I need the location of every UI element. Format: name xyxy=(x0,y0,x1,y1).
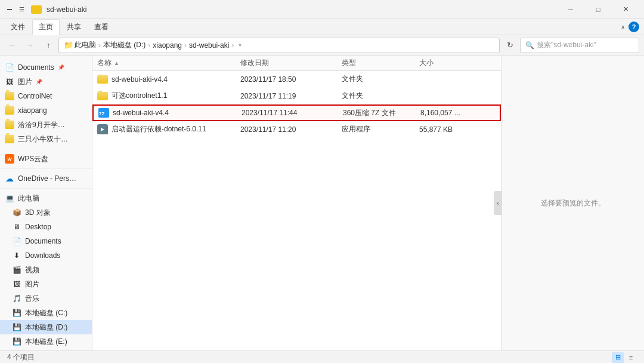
documents-icon: 📄 xyxy=(5,63,14,72)
file-date: 2023/11/17 11:20 xyxy=(240,125,342,134)
sidebar-item-label: 图片 xyxy=(18,77,32,87)
tab-view[interactable]: 查看 xyxy=(88,20,114,35)
sidebar-item-controlnet[interactable]: ControlNet xyxy=(0,89,92,103)
col-type-header[interactable]: 类型 xyxy=(342,58,419,68)
path-sep-3: › xyxy=(231,41,234,50)
sidebar-item-label: ControlNet xyxy=(18,92,52,100)
sidebar-item-images[interactable]: 🖼 图片 xyxy=(0,277,92,291)
view-options: ⊞ ≡ xyxy=(612,352,637,363)
music-icon: 🎵 xyxy=(12,294,21,303)
sidebar-item-music[interactable]: 🎵 音乐 xyxy=(0,291,92,306)
sidebar-item-label: WPS云盘 xyxy=(18,154,48,164)
sidebar-item-label: 音乐 xyxy=(25,294,39,304)
sidebar-item-documents-pinned[interactable]: 📄 Documents 📌 xyxy=(0,60,92,75)
preview-toggle-button[interactable]: ‹ xyxy=(494,191,502,215)
file-list: 名称 ▲ 修改日期 类型 大小 sd-webui-aki-v4.4 2023/1… xyxy=(92,56,501,350)
sidebar-item-this-pc[interactable]: 💻 此电脑 xyxy=(0,191,92,205)
tab-share[interactable]: 共享 xyxy=(61,20,87,35)
search-box[interactable]: 🔍 搜索"sd-webui-aki" xyxy=(520,38,639,53)
file-size: 55,877 KB xyxy=(419,125,491,134)
maximize-button[interactable]: □ xyxy=(584,0,612,19)
list-view-button[interactable]: ≡ xyxy=(625,352,637,363)
sidebar-item-desktop[interactable]: 🖥 Desktop xyxy=(0,220,92,234)
preview-panel: ‹ 选择要预览的文件。 xyxy=(501,56,644,350)
sidebar-item-label: Documents xyxy=(25,237,61,245)
title-bar-controls: ─ □ ✕ xyxy=(557,0,639,19)
forward-button[interactable]: → xyxy=(23,38,38,53)
folder-icon xyxy=(97,91,108,101)
ribbon-collapse-button[interactable]: ∧ xyxy=(621,24,625,30)
table-row[interactable]: sd-webui-aki-v4.4 2023/11/17 18:50 文件夹 xyxy=(92,71,501,88)
file-type: 360压缩 7Z 文件 xyxy=(343,108,420,118)
sidebar-item-wps[interactable]: W WPS云盘 xyxy=(0,152,92,166)
sidebar-item-label: 视频 xyxy=(25,265,39,275)
title-bar: ☰ sd-webui-aki ─ □ ✕ xyxy=(0,0,644,19)
sidebar-item-label: 本地磁盘 (E:) xyxy=(25,337,67,347)
sidebar-item-label: 3D 对象 xyxy=(25,208,51,218)
tab-home[interactable]: 主页 xyxy=(32,19,60,35)
sidebar-item-xiaopang[interactable]: xiaopang xyxy=(0,103,92,118)
path-dropdown-icon[interactable]: ▾ xyxy=(239,42,242,48)
path-sep-2: › xyxy=(184,41,187,50)
items-count: 4 个项目 xyxy=(7,352,35,362)
sidebar-item-3d[interactable]: 📦 3D 对象 xyxy=(0,205,92,220)
content-area: 名称 ▲ 修改日期 类型 大小 sd-webui-aki-v4.4 2023/1… xyxy=(92,56,644,350)
sort-arrow: ▲ xyxy=(114,60,119,66)
sidebar-item-videos[interactable]: 🎬 视频 xyxy=(0,263,92,277)
pictures-icon: 🖼 xyxy=(5,77,14,87)
this-pc-section: 💻 此电脑 📦 3D 对象 🖥 Desktop 📄 Documents ⬇ Do… xyxy=(0,189,92,350)
path-part-0[interactable]: 此电脑 xyxy=(75,40,96,50)
sidebar-item-drive-e[interactable]: 💾 本地磁盘 (E:) xyxy=(0,334,92,349)
wps-icon: W xyxy=(5,154,14,164)
drive-d-icon: 💾 xyxy=(12,322,21,332)
path-sep-0: › xyxy=(98,41,101,50)
file-name-cell: ▶ 启动器运行依赖-dotnet-6.0.11 xyxy=(97,124,240,134)
file-date: 2023/11/17 11:19 xyxy=(240,92,342,100)
close-button[interactable]: ✕ xyxy=(612,0,639,19)
file-date: 2023/11/17 11:44 xyxy=(242,109,343,117)
table-row[interactable]: 可选controlnet1.1 2023/11/17 11:19 文件夹 xyxy=(92,88,501,104)
col-size-header[interactable]: 大小 xyxy=(419,58,491,68)
svg-rect-0 xyxy=(7,9,12,10)
up-button[interactable]: ↑ xyxy=(41,38,56,53)
help-button[interactable]: ? xyxy=(628,21,639,32)
path-part-2[interactable]: xiaopang xyxy=(153,41,182,50)
tab-file[interactable]: 文件 xyxy=(5,20,31,35)
back-button[interactable]: ← xyxy=(5,38,20,53)
ribbon-help: ∧ ? xyxy=(621,21,639,32)
grid-view-button[interactable]: ⊞ xyxy=(612,352,624,363)
sidebar-item-documents-pc[interactable]: 📄 Documents xyxy=(0,234,92,248)
xiaopang-folder-icon xyxy=(5,106,14,115)
file-type: 文件夹 xyxy=(342,91,419,101)
sidebar-item-downloads[interactable]: ⬇ Downloads xyxy=(0,248,92,263)
sidebar-item-pictures-pinned[interactable]: 🖼 图片 📌 xyxy=(0,75,92,89)
main-layout: 📄 Documents 📌 🖼 图片 📌 ControlNet xiaopang xyxy=(0,56,644,350)
minimize-button[interactable]: ─ xyxy=(557,0,584,19)
file-type: 文件夹 xyxy=(342,74,419,84)
sidebar-item-onedrive[interactable]: ☁ OneDrive - Perso... xyxy=(0,171,92,186)
address-path[interactable]: 📁 此电脑 › 本地磁盘 (D:) › xiaopang › sd-webui-… xyxy=(58,38,500,53)
qiaqia-folder-icon xyxy=(5,120,14,130)
col-date-header[interactable]: 修改日期 xyxy=(240,58,342,68)
file-name-cell: sd-webui-aki-v4.4 xyxy=(97,75,240,84)
refresh-button[interactable]: ↻ xyxy=(502,38,518,53)
sidebar-item-sanzhi[interactable]: 三只小牛双十一... xyxy=(0,132,92,146)
sidebar-item-drive-d[interactable]: 💾 本地磁盘 (D:) xyxy=(0,320,92,334)
sidebar-item-drive-c[interactable]: 💾 本地磁盘 (C:) xyxy=(0,306,92,320)
path-part-3[interactable]: sd-webui-aki xyxy=(189,41,229,50)
path-part-1[interactable]: 本地磁盘 (D:) xyxy=(103,40,145,50)
onedrive-icon: ☁ xyxy=(5,174,14,183)
col-name-header[interactable]: 名称 ▲ xyxy=(97,58,240,68)
sidebar-item-qiaqia[interactable]: 洽洽9月开学季主... xyxy=(0,118,92,132)
table-row[interactable]: ▶ 启动器运行依赖-dotnet-6.0.11 2023/11/17 11:20… xyxy=(92,121,501,138)
path-folder-icon: 📁 xyxy=(64,41,73,50)
file-name: sd-webui-aki-v4.4 xyxy=(112,75,168,84)
table-row-highlighted[interactable]: 7Z sd-webui-aki-v4.4 2023/11/17 11:44 36… xyxy=(92,104,501,121)
sidebar-item-external-drive[interactable]: 💽 杨小胖的移动硬... xyxy=(0,349,92,350)
sidebar-item-label: 本地磁盘 (D:) xyxy=(25,322,67,333)
app-icon: ▶ xyxy=(97,125,108,134)
folder-icon xyxy=(97,75,108,84)
address-bar: ← → ↑ 📁 此电脑 › 本地磁盘 (D:) › xiaopang › sd-… xyxy=(0,35,644,56)
file-type: 应用程序 xyxy=(342,124,419,134)
downloads-icon: ⬇ xyxy=(12,251,21,260)
